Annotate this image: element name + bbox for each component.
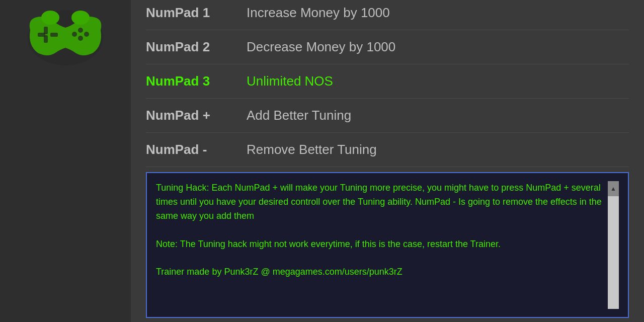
- main-content: NumPad 1Increase Money by 1000NumPad 2De…: [131, 0, 644, 322]
- hotkey-key: NumPad 2: [146, 39, 247, 55]
- hotkey-row: NumPad 2Decrease Money by 1000: [146, 30, 629, 64]
- scrollbar-up-button[interactable]: [608, 181, 619, 196]
- svg-point-9: [41, 11, 59, 25]
- hotkey-key: NumPad 1: [146, 5, 247, 21]
- hotkey-key: NumPad 3: [146, 73, 247, 89]
- info-box: Tuning Hack: Each NumPad + will make you…: [146, 172, 629, 318]
- hotkey-row: NumPad 3Unlimited NOS: [146, 64, 629, 99]
- svg-point-7: [72, 32, 77, 37]
- scrollbar-track[interactable]: [608, 196, 619, 309]
- hotkey-key: NumPad +: [146, 108, 247, 123]
- hotkey-row: NumPad +Add Better Tuning: [146, 99, 629, 133]
- svg-point-6: [84, 32, 89, 37]
- hotkey-key: NumPad -: [146, 142, 247, 157]
- hotkey-label: Add Better Tuning: [247, 108, 351, 123]
- sidebar: [0, 0, 131, 322]
- game-controller-logo: [20, 5, 111, 70]
- info-text: Tuning Hack: Each NumPad + will make you…: [156, 181, 604, 279]
- svg-point-10: [71, 11, 90, 25]
- svg-rect-4: [44, 35, 48, 43]
- scrollbar[interactable]: [608, 181, 619, 309]
- svg-rect-3: [44, 27, 48, 34]
- hotkey-row: NumPad 1Increase Money by 1000: [146, 0, 629, 30]
- hotkey-label: Remove Better Tuning: [247, 142, 377, 157]
- svg-rect-2: [50, 33, 58, 37]
- hotkey-label: Unlimited NOS: [247, 73, 333, 89]
- hotkey-label: Decrease Money by 1000: [247, 39, 395, 55]
- hotkey-label: Increase Money by 1000: [247, 5, 390, 21]
- svg-point-5: [78, 28, 83, 33]
- svg-point-8: [78, 36, 83, 41]
- hotkey-row: NumPad -Remove Better Tuning: [146, 133, 629, 167]
- info-text-area: Tuning Hack: Each NumPad + will make you…: [156, 181, 604, 309]
